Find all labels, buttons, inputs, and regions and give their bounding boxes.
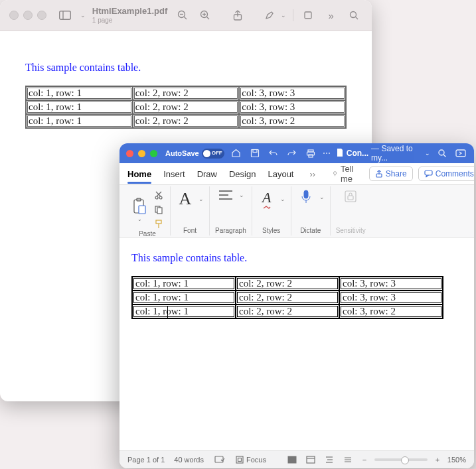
table-cell[interactable]: col: 2, row: 2: [236, 291, 339, 304]
table-cell[interactable]: col: 3, row: 3: [339, 277, 443, 291]
table-cell[interactable]: col: 2, row: 2: [236, 277, 339, 291]
share-button[interactable]: Share: [369, 167, 413, 181]
status-focus[interactable]: Focus: [236, 456, 266, 464]
view-web-icon[interactable]: [304, 454, 317, 465]
preview-traffic-lights[interactable]: [9, 11, 46, 20]
tab-draw[interactable]: Draw: [197, 169, 217, 179]
print-icon[interactable]: [304, 147, 317, 160]
more-icon[interactable]: ⋯: [323, 149, 331, 158]
table-row: col: 1, row: 1 col: 2, row: 2 col: 3, ro…: [26, 114, 346, 128]
word-traffic-lights[interactable]: [126, 150, 157, 157]
text-cursor: [167, 306, 168, 318]
svg-rect-35: [304, 190, 308, 198]
zoom-out-button[interactable]: −: [360, 456, 369, 464]
styles-button[interactable]: A: [258, 189, 276, 209]
tab-layout[interactable]: Layout: [268, 169, 293, 179]
view-draft-icon[interactable]: [341, 454, 355, 465]
table-row: col: 1, row: 1 col: 2, row: 2 col: 3, ro…: [132, 291, 443, 304]
tab-home[interactable]: Home: [127, 169, 151, 179]
redo-icon[interactable]: [285, 147, 299, 160]
pdf-table: col: 1, row: 1 col: 2, row: 2 col: 3, ro…: [25, 86, 347, 129]
copy-button[interactable]: [153, 204, 165, 216]
chevron-down-icon[interactable]: ⌄: [319, 194, 325, 200]
group-paragraph: ⌄ Paragraph: [210, 186, 252, 235]
svg-rect-25: [137, 198, 141, 201]
rotate-button[interactable]: [300, 6, 317, 25]
tab-insert[interactable]: Insert: [163, 169, 185, 179]
minimize-dot[interactable]: [138, 150, 145, 157]
table-cell[interactable]: col: 3, row: 2: [339, 304, 443, 318]
preview-toolbar: ⌄ HtmlExample1.pdf 1 page ⌄ »: [0, 0, 372, 31]
svg-point-21: [334, 172, 337, 174]
zoom-in-button[interactable]: [197, 6, 214, 25]
svg-line-3: [184, 17, 187, 20]
comments-button[interactable]: Comments: [418, 167, 474, 181]
table-cell: col: 1, row: 1: [26, 86, 133, 100]
view-outline-icon[interactable]: [323, 454, 336, 465]
minimize-dot[interactable]: [23, 11, 33, 20]
group-label-paste: Paste: [139, 230, 156, 237]
view-print-icon[interactable]: [285, 454, 299, 465]
table-row: col: 1, row: 1 col: 2, row: 2 col: 3, ro…: [26, 100, 346, 114]
chevron-down-icon[interactable]: ⌄: [80, 12, 86, 19]
overflow-button[interactable]: »: [323, 6, 339, 25]
undo-icon[interactable]: [267, 147, 280, 160]
svg-point-11: [351, 11, 357, 17]
status-page[interactable]: Page 1 of 1: [127, 456, 165, 464]
table-cell: col: 1, row: 1: [26, 114, 133, 128]
markup-button[interactable]: [262, 6, 278, 25]
zoom-level[interactable]: 150%: [447, 456, 466, 464]
tabs-overflow-button[interactable]: ››: [310, 169, 316, 179]
table-cell[interactable]: col: 1, row: 1: [132, 291, 236, 304]
format-painter-button[interactable]: [153, 218, 165, 230]
paste-button[interactable]: ⌄: [130, 198, 149, 222]
chevron-down-icon[interactable]: ⌄: [198, 196, 204, 202]
chevron-down-icon[interactable]: ⌄: [281, 12, 286, 19]
status-words[interactable]: 40 words: [174, 456, 204, 464]
svg-rect-42: [288, 456, 296, 463]
tell-me-search[interactable]: Tell me: [333, 164, 357, 184]
close-dot[interactable]: [9, 11, 19, 20]
svg-rect-37: [345, 191, 356, 202]
svg-rect-30: [157, 208, 162, 214]
chevron-down-icon[interactable]: ⌄: [280, 196, 285, 202]
toggle-off-icon[interactable]: OFF: [202, 149, 224, 159]
zoom-dot[interactable]: [150, 150, 157, 157]
sidebar-toggle-button[interactable]: [57, 6, 74, 25]
close-dot[interactable]: [126, 150, 133, 157]
group-font: A ⌄ Font: [171, 186, 210, 235]
tab-design[interactable]: Design: [229, 169, 256, 179]
word-table[interactable]: col: 1, row: 1 col: 2, row: 2 col: 3, ro…: [131, 276, 443, 319]
spellcheck-icon[interactable]: [213, 454, 226, 465]
table-cell: col: 3, row: 3: [239, 86, 346, 100]
ribbon-tabs: Home Insert Draw Design Layout ›› Tell m…: [119, 163, 474, 185]
ribbon-toggle-icon[interactable]: [454, 147, 467, 160]
cut-button[interactable]: [153, 189, 165, 201]
search-icon[interactable]: [436, 147, 449, 160]
dictate-button[interactable]: [297, 189, 315, 205]
share-button[interactable]: [229, 6, 246, 25]
group-clipboard: ⌄ Paste: [125, 186, 171, 235]
table-cell[interactable]: col: 1, row: 1: [132, 304, 236, 318]
zoom-dot[interactable]: [37, 11, 46, 20]
table-cell[interactable]: col: 1, row: 1: [132, 277, 236, 291]
paragraph-button[interactable]: [216, 189, 235, 201]
chevron-down-icon[interactable]: ⌄: [239, 192, 244, 198]
table-cell[interactable]: col: 2, row: 2: [236, 304, 339, 318]
zoom-slider[interactable]: [374, 458, 428, 461]
chevron-down-icon[interactable]: ⌄: [425, 150, 430, 157]
word-document-title: Con... — Saved to my... ⌄: [336, 144, 430, 163]
zoom-in-button[interactable]: +: [433, 456, 442, 464]
pdf-heading: This sample contains table.: [25, 62, 347, 74]
word-document-area[interactable]: This sample contains table. col: 1, row:…: [119, 237, 474, 450]
doc-heading[interactable]: This sample contains table.: [131, 252, 462, 264]
svg-rect-14: [253, 150, 257, 153]
table-cell[interactable]: col: 3, row: 3: [339, 291, 443, 304]
word-titlebar: AutoSave OFF ⋯ Con... — Saved to my... ⌄: [119, 143, 474, 163]
home-icon[interactable]: [230, 147, 243, 160]
font-button[interactable]: A: [176, 189, 195, 209]
autosave-toggle[interactable]: AutoSave OFF: [165, 149, 224, 159]
save-icon[interactable]: [248, 147, 262, 160]
zoom-out-button[interactable]: [174, 6, 191, 25]
search-button[interactable]: [346, 6, 362, 25]
